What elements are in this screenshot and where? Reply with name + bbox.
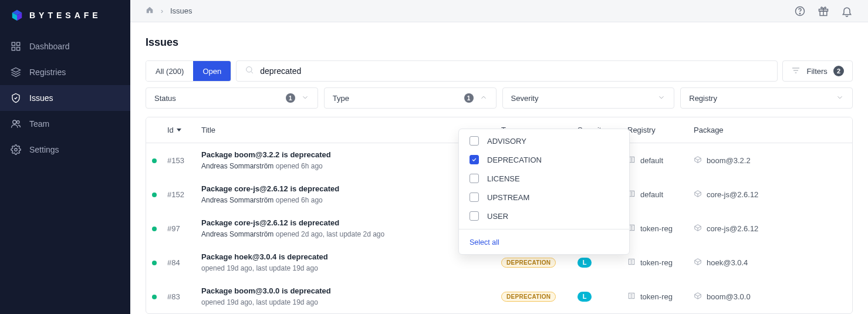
tab-group: All (200) Open	[146, 60, 231, 82]
dropdown-footer: Select all	[459, 229, 629, 254]
bell-icon[interactable]	[841, 5, 853, 17]
package-icon	[694, 258, 702, 268]
chevron-down-icon	[836, 93, 844, 103]
dropdown-option[interactable]: LICENSE	[459, 169, 629, 188]
status-dot-icon	[152, 227, 157, 231]
registry-name: token-reg	[640, 258, 673, 267]
filter-registry-label: Registry	[689, 94, 717, 103]
package-name: core-js@2.6.12	[707, 224, 758, 233]
issue-meta: Andreas Sommarström opened 6h ago	[201, 162, 323, 170]
dropdown-option[interactable]: ADVISORY	[459, 131, 629, 150]
filter-type-count: 1	[464, 93, 474, 103]
search-input[interactable]	[260, 66, 769, 76]
sidebar-item-label: Issues	[29, 93, 53, 103]
filter-status-count: 1	[286, 93, 295, 103]
package-name: hoek@3.0.4	[707, 258, 748, 267]
svg-point-8	[799, 13, 800, 13]
package-name: boom@3.0.0	[707, 292, 751, 301]
issue-id: #152	[167, 190, 184, 199]
brand-logo-icon	[11, 9, 23, 22]
package-icon	[694, 156, 702, 166]
dropdown-option[interactable]: USER	[459, 207, 629, 225]
severity-badge: L	[577, 258, 592, 268]
issue-id: #83	[167, 292, 180, 301]
search-icon	[245, 65, 254, 77]
checkbox-icon	[470, 136, 479, 146]
sidebar-item-issues[interactable]: Issues	[0, 85, 130, 111]
col-registry[interactable]: Registry	[627, 126, 694, 134]
dropdown-option[interactable]: UPSTREAM	[459, 188, 629, 207]
dropdown-option-label: ADVISORY	[487, 137, 526, 146]
issues-icon	[11, 93, 21, 103]
issue-id: #153	[167, 156, 184, 165]
registry-name: default	[640, 190, 663, 199]
svg-rect-2	[12, 48, 15, 50]
svg-rect-0	[12, 42, 15, 45]
dropdown-option-label: UPSTREAM	[487, 193, 529, 202]
issue-title: Package core-js@2.6.12 is deprecated	[201, 218, 501, 227]
chevron-up-icon	[479, 93, 488, 103]
tab-all[interactable]: All (200)	[146, 61, 193, 81]
issue-meta: Andreas Sommarström opened 6h ago	[201, 196, 323, 204]
package-icon	[694, 292, 702, 302]
sidebar-item-label: Settings	[29, 145, 59, 154]
sidebar-item-label: Team	[29, 119, 49, 129]
topbar: › Issues	[130, 0, 868, 22]
table-row[interactable]: #83 Package boom@3.0.0 is deprecated ope…	[146, 279, 852, 313]
issue-title: Package boom@3.0.0 is deprecated	[201, 286, 501, 295]
sidebar-item-team[interactable]: Team	[0, 111, 130, 137]
filter-registry[interactable]: Registry	[680, 87, 853, 109]
registry-icon	[627, 258, 636, 268]
issue-author: Andreas Sommarström	[201, 162, 273, 170]
breadcrumb-home-icon[interactable]	[146, 6, 154, 16]
registries-icon	[11, 67, 21, 77]
search-wrap[interactable]	[236, 60, 778, 82]
filter-icon	[791, 66, 801, 77]
registry-icon	[627, 292, 636, 302]
col-package[interactable]: Package	[694, 126, 846, 134]
checkbox-icon	[470, 174, 479, 183]
filters-button[interactable]: Filters 2	[782, 60, 853, 82]
registry-name: token-reg	[640, 292, 673, 301]
filter-status[interactable]: Status 1	[146, 87, 318, 109]
breadcrumb-current[interactable]: Issues	[170, 6, 192, 15]
gift-icon[interactable]	[818, 5, 829, 17]
svg-point-5	[17, 121, 20, 124]
package-name: boom@3.2.2	[707, 156, 751, 165]
chevron-down-icon	[657, 93, 666, 103]
filters-label: Filters	[806, 67, 827, 76]
sidebar: BYTESAFE Dashboard Registries Issues Tea…	[0, 0, 130, 314]
filter-type[interactable]: Type 1	[324, 87, 497, 109]
status-dot-icon	[152, 261, 157, 265]
col-title[interactable]: Title	[201, 126, 501, 134]
select-all-link[interactable]: Select all	[470, 238, 499, 247]
sort-desc-icon	[176, 126, 182, 134]
tab-open[interactable]: Open	[193, 61, 231, 81]
type-badge: DEPRECATION	[501, 292, 556, 302]
issue-id: #84	[167, 258, 180, 267]
sidebar-item-settings[interactable]: Settings	[0, 137, 130, 163]
main: › Issues Issues All (200) Open Filters 2	[130, 0, 868, 314]
breadcrumb-separator: ›	[161, 7, 163, 15]
dashboard-icon	[11, 41, 21, 52]
registry-name: token-reg	[640, 224, 673, 233]
sidebar-item-label: Registries	[29, 67, 66, 77]
issue-meta: Andreas Sommarström opened 2d ago, last …	[201, 230, 384, 238]
issue-title: Package core-js@2.6.12 is deprecated	[201, 184, 501, 193]
status-dot-icon	[152, 295, 157, 299]
settings-icon	[11, 144, 21, 155]
filter-severity[interactable]: Severity	[502, 87, 675, 109]
type-badge: DEPRECATION	[501, 258, 556, 268]
sidebar-item-dashboard[interactable]: Dashboard	[0, 33, 130, 59]
filter-bar-selects: Status 1 Type 1 Severity Registry	[146, 87, 853, 109]
help-icon[interactable]	[794, 5, 806, 17]
registry-name: default	[640, 156, 663, 165]
sidebar-item-label: Dashboard	[29, 42, 70, 51]
breadcrumb: › Issues	[146, 6, 192, 16]
col-id[interactable]: Id	[167, 126, 201, 134]
sidebar-item-registries[interactable]: Registries	[0, 59, 130, 85]
package-name: core-js@2.6.12	[707, 190, 758, 199]
sidebar-nav: Dashboard Registries Issues Team Setting…	[0, 33, 130, 163]
dropdown-option[interactable]: DEPRECATION	[459, 150, 629, 169]
svg-rect-3	[17, 48, 20, 50]
